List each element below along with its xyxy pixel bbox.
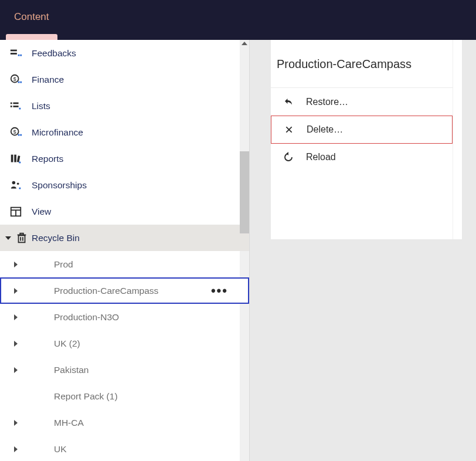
tree-item-sponsorships[interactable]: Sponsorships: [0, 172, 249, 198]
svg-rect-18: [14, 154, 16, 162]
svg-rect-20: [19, 161, 21, 163]
action-reload[interactable]: Reload: [271, 143, 453, 171]
tree-item-finance[interactable]: $ Finance: [0, 66, 249, 93]
close-icon: [283, 126, 295, 134]
svg-rect-23: [19, 187, 21, 189]
caret-right-icon[interactable]: [0, 420, 32, 426]
tree-item-production-carecampass[interactable]: Production-CareCampass •••: [0, 277, 249, 304]
right-divider: [453, 40, 462, 239]
caret-right-icon[interactable]: [0, 446, 32, 452]
svg-point-21: [12, 181, 15, 184]
caret-right-icon[interactable]: [0, 262, 32, 267]
action-label: Delete…: [307, 124, 343, 135]
lists-icon: [0, 100, 32, 113]
tree-item-report-pack-1[interactable]: Report Pack (1): [0, 383, 249, 409]
tree-item-label: UK: [49, 444, 249, 455]
top-strip: [0, 34, 476, 40]
caret-right-icon[interactable]: [0, 367, 32, 373]
svg-rect-11: [13, 106, 18, 107]
tree-item-lists[interactable]: Lists: [0, 93, 249, 119]
tree-item-label: Lists: [32, 101, 249, 111]
tree-item-label: Production-N3O: [49, 312, 249, 323]
microfinance-icon: $: [0, 126, 32, 139]
tree-item-label: MH-CA: [49, 418, 249, 428]
tree-item-label: Recycle Bin: [32, 233, 249, 243]
undo-icon: [283, 97, 294, 107]
tree-panel: Feedbacks $ Finance Lists $ Microfinance: [0, 40, 250, 461]
action-label: Restore…: [306, 97, 348, 107]
tree-item-pakistan[interactable]: Pakistan: [0, 357, 249, 383]
caret-right-icon[interactable]: [0, 341, 32, 347]
tree-item-label: Finance: [32, 74, 249, 85]
tree-item-microfinance[interactable]: $ Microfinance: [0, 119, 249, 145]
tree-item-label: View: [32, 206, 249, 217]
tree-item-label: Microfinance: [32, 127, 249, 138]
view-icon: [0, 205, 32, 218]
svg-rect-19: [17, 155, 21, 162]
svg-rect-10: [11, 106, 12, 107]
caret-right-icon[interactable]: [0, 288, 32, 294]
reports-icon: [0, 152, 32, 165]
tree-item-label: Prod: [49, 259, 249, 270]
tree-item-label: Reports: [32, 154, 249, 164]
tree-item-reports[interactable]: Reports: [0, 145, 249, 172]
action-label: Reload: [306, 152, 336, 162]
svg-marker-34: [286, 152, 288, 155]
tree-item-uk-2[interactable]: UK (2): [0, 330, 249, 357]
tree-item-label: Sponsorships: [32, 180, 249, 191]
tree-item-label: Feedbacks: [32, 48, 249, 59]
svg-rect-3: [20, 54, 22, 56]
tree-item-prod[interactable]: Prod: [0, 251, 249, 277]
caret-right-icon[interactable]: [0, 314, 32, 320]
tree-item-mh-ca[interactable]: MH-CA: [0, 409, 249, 436]
svg-rect-27: [19, 235, 25, 242]
more-actions-icon[interactable]: •••: [211, 284, 228, 297]
svg-text:$: $: [13, 128, 16, 134]
reload-icon: [283, 152, 294, 162]
workspace: Feedbacks $ Finance Lists $ Microfinance: [0, 40, 476, 461]
svg-text:$: $: [13, 76, 16, 82]
svg-rect-6: [18, 81, 20, 83]
action-restore[interactable]: Restore…: [271, 88, 453, 116]
active-tab-indicator: [6, 34, 57, 40]
action-panel-title: Production-CareCampass: [271, 40, 453, 88]
svg-rect-8: [11, 102, 12, 104]
svg-rect-15: [18, 134, 20, 135]
feedbacks-icon: [0, 47, 32, 60]
tree-item-label: Pakistan: [49, 365, 249, 375]
action-delete[interactable]: Delete…: [271, 116, 453, 144]
svg-rect-31: [20, 233, 23, 235]
top-bar: Content: [0, 0, 476, 34]
svg-rect-2: [18, 54, 20, 56]
tree-item-recycle-bin[interactable]: Recycle Bin: [0, 225, 249, 251]
finance-icon: $: [0, 73, 32, 86]
svg-rect-12: [19, 107, 21, 109]
sponsorships-icon: [0, 179, 32, 192]
svg-rect-16: [20, 134, 22, 135]
tree-item-view[interactable]: View: [0, 198, 249, 225]
tree-item-uk[interactable]: UK: [0, 436, 249, 461]
svg-rect-1: [11, 53, 17, 55]
tab-content[interactable]: Content: [14, 11, 49, 23]
tree-root: Feedbacks $ Finance Lists $ Microfinance: [0, 40, 249, 461]
svg-rect-17: [11, 154, 13, 162]
caret-down-icon[interactable]: [0, 236, 12, 240]
svg-rect-0: [11, 49, 17, 51]
tree-item-feedbacks[interactable]: Feedbacks: [0, 40, 249, 66]
trash-icon: [12, 232, 32, 245]
svg-rect-9: [13, 102, 18, 104]
tree-item-production-n3o[interactable]: Production-N3O: [0, 304, 249, 330]
svg-rect-7: [20, 81, 22, 83]
tree-item-label: Report Pack (1): [49, 391, 249, 402]
svg-point-22: [17, 182, 19, 185]
tree-item-label: UK (2): [49, 338, 249, 349]
action-panel: Production-CareCampass Restore… Delete… …: [271, 40, 453, 239]
scroll-up-arrow-icon[interactable]: [242, 42, 247, 45]
